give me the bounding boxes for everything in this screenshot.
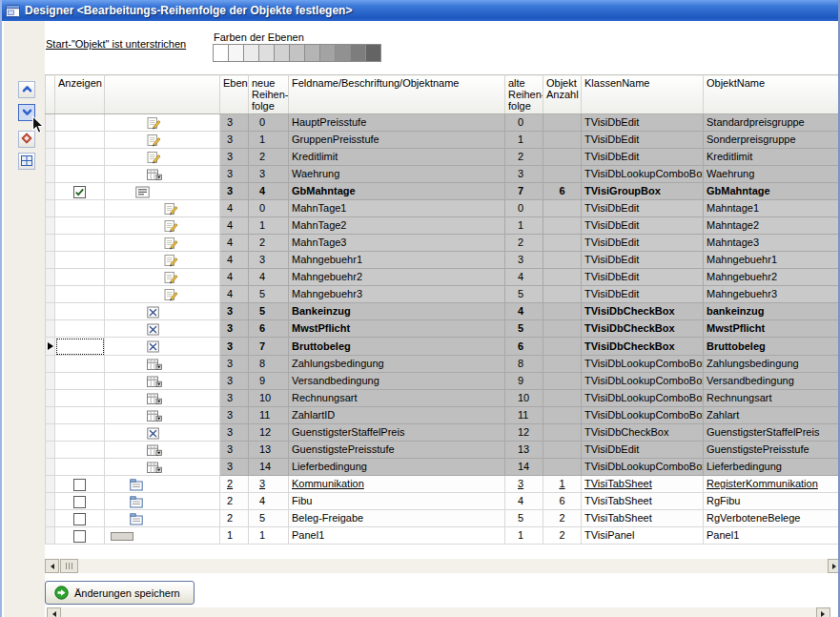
grid-row[interactable]: 24Fibu46TVisiTabSheetRgFibu <box>46 493 840 510</box>
cell-object-icon[interactable] <box>105 166 220 183</box>
cell-klasse[interactable]: TVisiDbLookupComboBox <box>582 407 704 424</box>
cell-anzahl[interactable] <box>543 114 582 132</box>
grid-button[interactable] <box>18 153 35 170</box>
cell-klasse[interactable]: TVisiTabSheet <box>582 493 704 510</box>
save-changes-button[interactable]: Änderungen speichern <box>45 581 195 605</box>
grid-row[interactable]: 40MahnTage10TVisiDbEditMahntage1 <box>46 200 840 217</box>
cell-object-icon[interactable] <box>105 183 220 200</box>
window-scrollbar-track[interactable] <box>61 607 816 617</box>
cell-klasse[interactable]: TVisiDbLookupComboBox <box>582 373 704 390</box>
cell-object-icon[interactable] <box>105 493 220 510</box>
cell-objekt[interactable]: RgFibu <box>704 493 840 510</box>
cell-anzahl[interactable] <box>543 424 582 442</box>
cell-klasse[interactable]: TVisiDbEdit <box>582 442 704 459</box>
cell-alte[interactable]: 3 <box>505 476 543 493</box>
cell-ebene[interactable]: 4 <box>220 269 249 286</box>
cell-ebene[interactable]: 3 <box>220 459 249 476</box>
cell-object-icon[interactable] <box>105 217 220 235</box>
cell-anzahl[interactable] <box>543 149 582 166</box>
cell-klasse[interactable]: TVisiDbEdit <box>582 252 704 269</box>
cell-anzeigen[interactable] <box>55 183 105 200</box>
cell-anzeigen[interactable] <box>55 114 105 132</box>
cell-object-icon[interactable] <box>105 373 220 390</box>
col-header-objekt[interactable]: ObjektName <box>704 75 840 114</box>
cell-objekt[interactable]: RgVerboteneBelege <box>704 510 840 527</box>
cell-objekt[interactable]: Standardpreisgruppe <box>704 114 840 132</box>
cell-ebene[interactable]: 1 <box>220 527 249 545</box>
cell-anzahl[interactable] <box>543 356 582 373</box>
cell-objekt[interactable]: GuenstigsterStaffelPreis <box>704 424 840 442</box>
cell-neue[interactable]: 2 <box>249 149 289 166</box>
cell-objekt[interactable]: GuenstigstePreisstufe <box>704 442 840 459</box>
cell-anzahl[interactable] <box>543 286 582 303</box>
cell-ebene[interactable]: 3 <box>220 183 249 200</box>
cell-anzahl[interactable]: 6 <box>543 183 582 200</box>
cell-klasse[interactable]: TVisiPanel <box>582 527 704 545</box>
cell-anzeigen[interactable] <box>55 459 105 476</box>
cell-anzeigen[interactable] <box>55 235 105 252</box>
grid-row[interactable]: 312GuenstigsterStaffelPreis12TVisiDbChec… <box>46 424 840 442</box>
cell-ebene[interactable]: 3 <box>220 390 249 407</box>
cell-feld[interactable]: Kommunikation <box>289 476 505 493</box>
cell-object-icon[interactable] <box>105 252 220 269</box>
cell-anzahl[interactable]: 2 <box>543 527 582 545</box>
cell-ebene[interactable]: 3 <box>220 442 249 459</box>
cell-neue[interactable]: 12 <box>249 424 289 442</box>
cell-klasse[interactable]: TVisiDbEdit <box>582 200 704 217</box>
grid-row[interactable]: 32Kreditlimit2TVisiDbEditKreditlimit <box>46 149 840 166</box>
cell-objekt[interactable]: Versandbedingung <box>704 373 840 390</box>
cell-object-icon[interactable] <box>105 303 220 320</box>
cell-ebene[interactable]: 3 <box>220 373 249 390</box>
cell-alte[interactable]: 8 <box>505 356 543 373</box>
cell-klasse[interactable]: TVisiDbEdit <box>582 132 704 149</box>
col-header-neue[interactable]: neue Reihen- folge <box>249 75 289 114</box>
window-horizontal-scrollbar[interactable] <box>47 607 830 617</box>
grid-row[interactable]: 39Versandbedingung9TVisiDbLookupComboBox… <box>46 373 840 390</box>
cell-anzeigen[interactable] <box>55 166 105 183</box>
cell-neue[interactable]: 9 <box>249 373 289 390</box>
cell-ebene[interactable]: 4 <box>220 217 249 235</box>
cell-anzeigen[interactable] <box>55 303 105 320</box>
cell-object-icon[interactable] <box>105 149 220 166</box>
cell-neue[interactable]: 4 <box>249 269 289 286</box>
cell-neue[interactable]: 6 <box>249 320 289 338</box>
cell-feld[interactable]: Kreditlimit <box>289 149 505 166</box>
cell-object-icon[interactable] <box>105 235 220 252</box>
cell-feld[interactable]: GbMahntage <box>289 183 505 200</box>
cell-feld[interactable]: Rechnungsart <box>289 390 505 407</box>
cell-anzahl[interactable] <box>543 166 582 183</box>
grid-row[interactable]: 310Rechnungsart10TVisiDbLookupComboBoxRe… <box>46 390 840 407</box>
grid-row[interactable]: 25Beleg-Freigabe52TVisiTabSheetRgVerbote… <box>46 510 840 527</box>
cell-feld[interactable]: HauptPreisstufe <box>289 114 505 132</box>
cell-neue[interactable]: 7 <box>249 338 289 356</box>
cell-objekt[interactable]: Waehrung <box>704 166 840 183</box>
cell-klasse[interactable]: TVisiTabSheet <box>582 510 704 527</box>
col-header-feld[interactable]: Feldname/Beschriftung/Objektname <box>289 75 505 114</box>
col-header-klasse[interactable]: KlassenName <box>582 75 704 114</box>
cell-klasse[interactable]: TVisiTabSheet <box>582 476 704 493</box>
cell-anzeigen[interactable] <box>55 493 105 510</box>
grid-row[interactable]: 36MwstPflicht5TVisiDbCheckBoxMwstPflicht <box>46 320 840 338</box>
grid-row[interactable]: 37Bruttobeleg6TVisiDbCheckBoxBruttobeleg <box>46 338 840 356</box>
cell-feld[interactable]: MahnTage1 <box>289 200 505 217</box>
cell-feld[interactable]: Waehrung <box>289 166 505 183</box>
cell-klasse[interactable]: TVisiDbCheckBox <box>582 320 704 338</box>
grid-row[interactable]: 33Waehrung3TVisiDbLookupComboBoxWaehrung <box>46 166 840 183</box>
cell-alte[interactable]: 7 <box>505 183 543 200</box>
anzeigen-checkbox[interactable] <box>73 186 86 198</box>
grid-row[interactable]: 311ZahlartID11TVisiDbLookupComboBoxZahla… <box>46 407 840 424</box>
cell-feld[interactable]: Beleg-Freigabe <box>289 510 505 527</box>
cell-alte[interactable]: 2 <box>505 235 543 252</box>
cell-feld[interactable]: GruppenPreisstufe <box>289 132 505 149</box>
cell-objekt[interactable]: Bruttobeleg <box>704 338 840 356</box>
cell-object-icon[interactable] <box>105 114 220 132</box>
cell-klasse[interactable]: TVisiDbCheckBox <box>582 338 704 356</box>
grid-row[interactable]: 41MahnTage21TVisiDbEditMahntage2 <box>46 217 840 235</box>
cell-alte[interactable]: 1 <box>505 132 543 149</box>
cell-neue[interactable]: 1 <box>249 527 289 545</box>
cell-neue[interactable]: 8 <box>249 356 289 373</box>
cell-anzeigen[interactable] <box>55 252 105 269</box>
cell-neue[interactable]: 2 <box>249 235 289 252</box>
cell-anzahl[interactable] <box>543 407 582 424</box>
cell-ebene[interactable]: 3 <box>220 356 249 373</box>
